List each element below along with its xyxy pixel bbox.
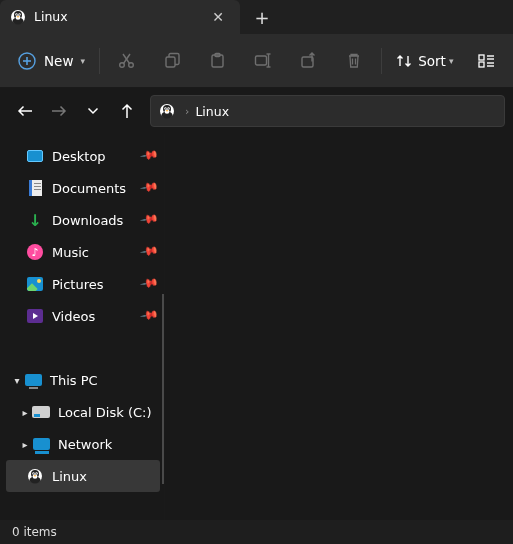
svg-rect-15	[166, 57, 175, 67]
new-tab-button[interactable]: +	[240, 0, 284, 34]
toolbar: New ▾ Sort ▾	[0, 34, 513, 88]
svg-point-44	[36, 473, 37, 474]
sidebar-item-network[interactable]: ▸ Network	[6, 428, 160, 460]
sidebar-item-label: Pictures	[52, 277, 142, 292]
sidebar-item-label: Music	[52, 245, 142, 260]
downloads-icon: ↓	[26, 211, 44, 229]
pin-icon[interactable]: 📌	[140, 177, 163, 199]
sidebar-item-music[interactable]: ♪ Music 📌	[6, 236, 160, 268]
delete-icon	[346, 52, 362, 69]
sidebar-item-downloads[interactable]: ↓ Downloads 📌	[6, 204, 160, 236]
network-icon	[32, 435, 50, 453]
sidebar-item-local-disk[interactable]: ▸ Local Disk (C:)	[6, 396, 160, 428]
cut-icon	[118, 52, 135, 69]
new-button-label: New	[44, 53, 73, 69]
paste-icon	[209, 52, 226, 69]
sort-button[interactable]: Sort ▾	[386, 43, 463, 79]
videos-icon	[26, 307, 44, 325]
pin-icon[interactable]: 📌	[140, 305, 163, 327]
active-tab[interactable]: Linux ✕	[0, 0, 240, 34]
svg-point-6	[16, 14, 17, 15]
content-pane[interactable]	[164, 134, 513, 520]
sidebar-item-linux[interactable]: Linux	[6, 460, 160, 492]
disk-icon	[32, 403, 50, 421]
navbar: › Linux	[0, 88, 513, 134]
documents-icon	[26, 179, 44, 197]
desktop-icon	[26, 147, 44, 165]
up-icon	[120, 103, 134, 119]
linux-icon	[159, 103, 175, 119]
pc-icon	[24, 371, 42, 389]
sidebar-item-label: Local Disk (C:)	[58, 405, 160, 420]
sidebar-item-label: Linux	[52, 469, 160, 484]
recent-button[interactable]	[76, 94, 110, 128]
cut-button[interactable]	[104, 43, 150, 79]
copy-button[interactable]	[150, 43, 196, 79]
pin-icon[interactable]: 📌	[140, 241, 163, 263]
svg-point-43	[33, 473, 34, 474]
sidebar-item-label: Documents	[52, 181, 142, 196]
share-icon	[300, 52, 317, 69]
breadcrumb-separator: ›	[185, 105, 189, 118]
address-bar[interactable]: › Linux	[150, 95, 505, 127]
up-button[interactable]	[110, 94, 144, 128]
rename-icon	[254, 52, 272, 69]
linux-icon	[10, 9, 26, 25]
sidebar-item-this-pc[interactable]: ▾ This PC	[6, 364, 160, 396]
delete-button[interactable]	[332, 43, 378, 79]
linux-icon	[26, 467, 44, 485]
svg-rect-24	[479, 62, 484, 67]
forward-icon	[51, 104, 67, 118]
back-button[interactable]	[8, 94, 42, 128]
new-button[interactable]: New ▾	[4, 43, 95, 79]
toolbar-separator	[381, 48, 382, 74]
sort-icon	[396, 54, 412, 68]
sidebar-item-pictures[interactable]: Pictures 📌	[6, 268, 160, 300]
chevron-down-icon: ▾	[449, 56, 454, 66]
rename-button[interactable]	[241, 43, 287, 79]
view-icon	[478, 54, 495, 68]
item-count: 0 items	[12, 525, 57, 539]
breadcrumb-current[interactable]: Linux	[195, 104, 229, 119]
svg-rect-23	[479, 55, 484, 60]
svg-rect-18	[256, 56, 267, 65]
pin-icon[interactable]: 📌	[140, 273, 163, 295]
svg-point-36	[168, 108, 169, 109]
svg-point-35	[165, 108, 166, 109]
sidebar-item-label: Desktop	[52, 149, 142, 164]
pin-icon[interactable]: 📌	[140, 209, 163, 231]
copy-icon	[164, 52, 181, 69]
sidebar-item-videos[interactable]: Videos 📌	[6, 300, 160, 332]
statusbar: 0 items	[0, 520, 513, 544]
plus-circle-icon	[18, 52, 36, 70]
sort-button-label: Sort	[418, 53, 446, 69]
sidebar-item-label: Videos	[52, 309, 142, 324]
toolbar-separator	[99, 48, 100, 74]
sidebar-item-label: Downloads	[52, 213, 142, 228]
share-button[interactable]	[286, 43, 332, 79]
sidebar-item-desktop[interactable]: Desktop 📌	[6, 140, 160, 172]
back-icon	[17, 104, 33, 118]
pictures-icon	[26, 275, 44, 293]
close-tab-button[interactable]: ✕	[206, 9, 230, 25]
music-icon: ♪	[26, 243, 44, 261]
tab-title: Linux	[34, 9, 206, 24]
view-button[interactable]	[463, 43, 509, 79]
sidebar-item-label: Network	[58, 437, 160, 452]
paste-button[interactable]	[195, 43, 241, 79]
pin-icon[interactable]: 📌	[140, 145, 163, 167]
sidebar-item-documents[interactable]: Documents 📌	[6, 172, 160, 204]
svg-point-7	[19, 14, 20, 15]
forward-button[interactable]	[42, 94, 76, 128]
chevron-down-icon	[87, 107, 99, 115]
titlebar: Linux ✕ +	[0, 0, 513, 34]
chevron-down-icon: ▾	[80, 56, 85, 66]
body: Desktop 📌 Documents 📌 ↓ Downloads 📌 ♪ Mu…	[0, 134, 513, 520]
sidebar-item-label: This PC	[50, 373, 160, 388]
sidebar: Desktop 📌 Documents 📌 ↓ Downloads 📌 ♪ Mu…	[0, 134, 164, 520]
